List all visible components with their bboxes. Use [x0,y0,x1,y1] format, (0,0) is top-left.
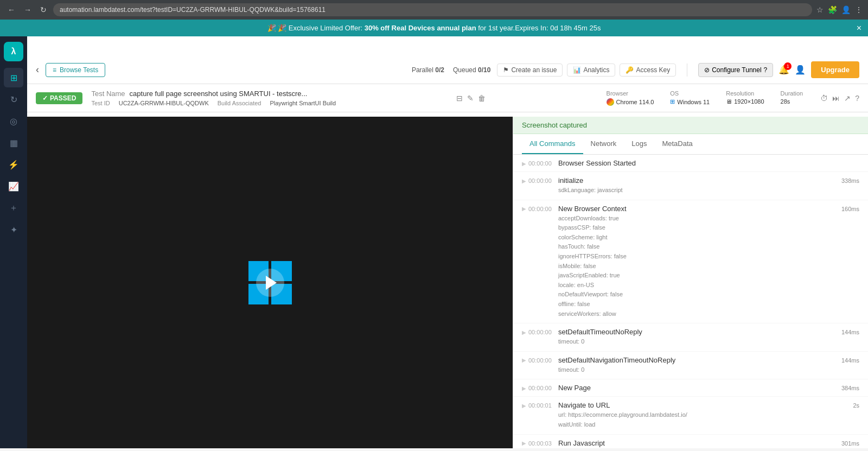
issue-icon: ⚑ [503,66,509,74]
url-text: automation.lambdatest.com/test?testID=UC… [60,6,326,14]
duration-meta: Duration 28s [781,90,803,106]
timeline-icon-button[interactable]: ⏱ [820,94,828,103]
tab-logs[interactable]: Logs [624,134,654,154]
share-icon-button[interactable]: ↗ [844,94,851,103]
browse-tests-button[interactable]: ≡ Browse Tests [46,63,105,77]
test-info: Test Name capture full page screenshot u… [91,90,336,106]
expand-icon[interactable]: ▶ [522,178,526,184]
cmd-content: initialize sdkLanguage: javascript [558,176,826,195]
cmd-detail: timeout: 0 [558,365,826,375]
cmd-duration: 338ms [832,176,859,184]
delete-icon-button[interactable]: 🗑 [478,94,486,103]
cmd-time: ▶ 00:00:03 [522,439,552,447]
cmd-name: initialize [558,176,826,185]
os-label: OS [670,90,710,97]
sidebar-item-trends[interactable]: 📈 [4,176,23,196]
sidebar-item-dashboard[interactable]: ⊞ [4,68,23,87]
command-row[interactable]: ▶ 00:00:00 setDefaultNavigationTimeoutNo… [513,352,868,380]
video-panel[interactable] [27,117,513,448]
promo-text: 🎉 🎉 Exclusive Limited Offer: 30% off Rea… [267,24,601,32]
sidebar-item-integrations[interactable]: ✦ [4,220,23,239]
sidebar-item-testing[interactable]: ◎ [4,111,23,131]
forward-button[interactable]: → [22,4,34,15]
command-row[interactable]: ▶ 00:00:01 Navigate to URL url: https://… [513,397,868,434]
cmd-time: ▶ 00:00:00 [522,356,552,364]
expand-icon[interactable]: ▶ [522,329,526,335]
expand-icon[interactable]: ▶ [522,440,526,446]
queued-label: Queued 0/10 [453,66,490,74]
cmd-duration: 2s [832,401,859,409]
build-label: Build Associated [218,100,261,106]
tab-all-commands[interactable]: All Commands [522,134,583,154]
browse-tests-icon: ≡ [53,66,56,74]
tunnel-icon: ⊘ [704,66,710,74]
cmd-content: setDefaultTimeoutNoReply timeout: 0 [558,328,826,347]
expand-icon[interactable]: ▶ [522,206,526,212]
sidebar-item-smart[interactable]: ⚡ [4,155,23,174]
expand-icon[interactable]: ▶ [522,403,526,409]
windows-icon: ⊞ [670,98,675,105]
tab-network[interactable]: Network [583,134,624,154]
tab-metadata[interactable]: MetaData [654,134,700,154]
sidebar-item-add[interactable]: ＋ [4,198,23,218]
analytics-icon: 📊 [573,66,581,74]
promo-close-button[interactable]: × [857,23,861,33]
browser-label: Browser [607,90,654,97]
parallel-label: Parallel 0/2 [412,66,444,74]
notification-badge: 1 [784,62,792,70]
question-icon: ? [764,66,768,74]
test-name-value: capture full page screenshot using SMART… [130,90,308,98]
cmd-name: New Page [558,384,826,392]
extension-icon[interactable]: 🧩 [828,5,837,14]
back-button[interactable]: ← [5,4,17,15]
cmd-content: Run Javascript expression: _ -> {} isFun… [558,439,826,449]
cmd-time: ▶ 00:00:00 [522,159,552,167]
commands-list: ▶ 00:00:00 Browser Session Started ▶ 00:… [513,155,868,448]
cmd-detail: url: https://ecommerce.playground.lambda… [558,410,826,429]
play-triangle-icon [266,276,277,290]
chrome-icon [607,98,614,106]
cmd-duration: 160ms [832,205,859,212]
notifications-button[interactable]: 🔔 1 [778,65,789,75]
sidebar-item-analytics[interactable]: ▦ [4,133,23,153]
menu-icon[interactable]: ⋮ [855,5,863,14]
command-row[interactable]: ▶ 00:00:03 Run Javascript expression: _ … [513,435,868,449]
sidebar-item-automation[interactable]: ↻ [4,90,23,109]
cmd-name: Run Javascript [558,439,826,447]
cmd-detail: sdkLanguage: javascript [558,186,826,195]
test-id-row: Test ID UC2ZA-GRRWM-HIBUL-QQDWK Build As… [91,100,336,106]
expand-icon[interactable]: ▶ [522,357,526,363]
help-icon-button[interactable]: ? [855,94,859,103]
upgrade-button[interactable]: Upgrade [811,61,859,78]
bookmark-icon[interactable]: ☆ [816,5,824,14]
expand-icon[interactable]: ▶ [522,385,526,391]
screenshot-banner: Screenshot captured [513,117,868,134]
browser-bar: ← → ↻ automation.lambdatest.com/test?tes… [0,0,868,20]
cmd-content: New Browser Context acceptDownloads: tru… [558,205,826,319]
command-row[interactable]: ▶ 00:00:00 New Page 384ms [513,379,868,397]
expand-icon[interactable]: ▶ [522,161,526,167]
nav-back-button[interactable]: ‹ [36,64,39,75]
configure-tunnel-button[interactable]: ⊘ Configure Tunnel ? [698,63,773,77]
create-issue-button[interactable]: ⚑ Create an issue [497,63,563,77]
cmd-content: Browser Session Started [558,159,826,167]
test-name-row: Test Name capture full page screenshot u… [91,90,336,98]
command-row[interactable]: ▶ 00:00:00 setDefaultTimeoutNoReply time… [513,323,868,352]
profile-icon[interactable]: 👤 [841,5,851,14]
reload-button[interactable]: ↻ [38,4,49,15]
video-placeholder [27,117,513,448]
edit-icon-button[interactable]: ⊟ [456,94,463,103]
pencil-icon-button[interactable]: ✎ [467,94,474,103]
address-bar[interactable]: automation.lambdatest.com/test?testID=UC… [53,3,812,16]
access-key-button[interactable]: 🔑 Access Key [620,63,676,77]
sidebar: λ ⊞ ↻ ◎ ▦ ⚡ 📈 ＋ ✦ [0,36,27,448]
analytics-button[interactable]: 📊 Analytics [567,63,615,77]
play-button[interactable] [256,269,284,297]
profile-button[interactable]: 👤 [795,65,806,75]
command-row[interactable]: ▶ 00:00:00 initialize sdkLanguage: javas… [513,172,868,200]
command-row[interactable]: ▶ 00:00:00 New Browser Context acceptDow… [513,200,868,324]
command-row[interactable]: ▶ 00:00:00 Browser Session Started [513,155,868,172]
sidebar-logo[interactable]: λ [4,42,23,61]
step-icon-button[interactable]: ⏭ [832,94,840,103]
cmd-time: ▶ 00:00:00 [522,176,552,184]
